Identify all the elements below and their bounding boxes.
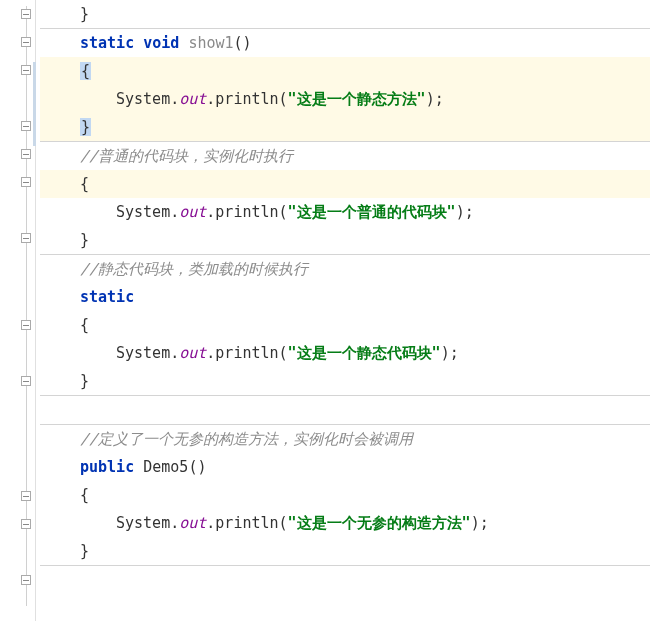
code-line[interactable]: System.out.println("这是一个普通的代码块"); <box>40 198 650 226</box>
field-out: out <box>179 90 206 108</box>
keyword-void: void <box>143 34 179 52</box>
string-literal: "这是一个无参的构造方法" <box>288 514 471 532</box>
class-ref: System <box>116 90 170 108</box>
code-line[interactable]: { <box>40 481 650 509</box>
code-line[interactable]: } <box>40 113 650 141</box>
code-line[interactable]: } <box>40 537 650 565</box>
code-line[interactable]: } <box>40 226 650 254</box>
parens: () <box>234 34 252 52</box>
code-line[interactable]: } <box>40 0 650 28</box>
fold-icon[interactable] <box>19 63 33 77</box>
editor-gutter[interactable] <box>0 0 36 621</box>
code-line[interactable]: { <box>40 57 650 85</box>
code-content[interactable]: } static void show1() { System.out.print… <box>36 0 650 621</box>
code-line[interactable]: } <box>40 367 650 395</box>
fold-icon[interactable] <box>19 175 33 189</box>
keyword-static: static <box>80 34 134 52</box>
code-line[interactable]: //普通的代码块，实例化时执行 <box>40 142 650 170</box>
code-line[interactable]: System.out.println("这是一个静态代码块"); <box>40 339 650 367</box>
brace-close: } <box>80 231 89 249</box>
brace-close: } <box>80 372 89 390</box>
keyword-static: static <box>80 288 134 306</box>
fold-icon[interactable] <box>19 374 33 388</box>
keyword-public: public <box>80 458 134 476</box>
fold-guide-line <box>26 6 27 606</box>
code-line[interactable]: static void show1() <box>40 29 650 57</box>
brace-open: { <box>80 486 89 504</box>
brace-open-highlight: { <box>80 62 91 80</box>
fold-icon[interactable] <box>19 119 33 133</box>
string-literal: "这是一个静态方法" <box>288 90 426 108</box>
fold-icon[interactable] <box>19 517 33 531</box>
code-line[interactable]: { <box>40 170 650 198</box>
code-line[interactable]: System.out.println("这是一个静态方法"); <box>40 85 650 113</box>
fold-icon[interactable] <box>19 489 33 503</box>
brace-close: } <box>80 542 89 560</box>
code-line[interactable]: System.out.println("这是一个无参的构造方法"); <box>40 509 650 537</box>
comment: //普通的代码块，实例化时执行 <box>80 147 293 165</box>
brace-open: { <box>80 175 89 193</box>
code-line[interactable]: { <box>40 311 650 339</box>
string-literal: "这是一个普通的代码块" <box>288 203 456 221</box>
code-line[interactable]: //静态代码块，类加载的时候执行 <box>40 255 650 283</box>
brace-close: } <box>80 5 89 23</box>
code-line[interactable]: static <box>40 283 650 311</box>
code-line[interactable]: //定义了一个无参的构造方法，实例化时会被调用 <box>40 425 650 453</box>
fold-icon[interactable] <box>19 7 33 21</box>
comment: //静态代码块，类加载的时候执行 <box>80 260 308 278</box>
method-println: println <box>215 90 278 108</box>
brace-close-highlight: } <box>80 118 91 136</box>
fold-icon[interactable] <box>19 231 33 245</box>
method-name: show1 <box>188 34 233 52</box>
code-line-empty[interactable] <box>40 396 650 424</box>
string-literal: "这是一个静态代码块" <box>288 344 441 362</box>
code-editor: } static void show1() { System.out.print… <box>0 0 650 621</box>
code-line[interactable]: public Demo5() <box>40 453 650 481</box>
class-name: Demo5 <box>143 458 188 476</box>
fold-icon[interactable] <box>19 35 33 49</box>
fold-icon[interactable] <box>19 147 33 161</box>
fold-icon[interactable] <box>19 573 33 587</box>
brace-open: { <box>80 316 89 334</box>
comment: //定义了一个无参的构造方法，实例化时会被调用 <box>80 430 413 448</box>
section-divider <box>40 565 650 566</box>
fold-icon[interactable] <box>19 318 33 332</box>
